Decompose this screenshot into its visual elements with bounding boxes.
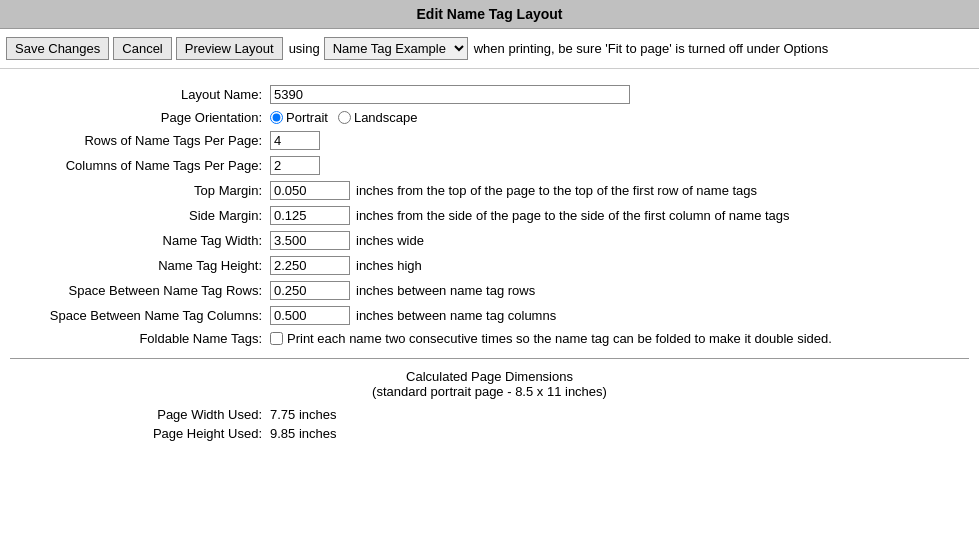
space-cols-hint: inches between name tag columns	[356, 308, 556, 323]
toolbar: Save Changes Cancel Preview Layout using…	[0, 29, 979, 69]
page-orientation-label: Page Orientation:	[10, 110, 270, 125]
page-width-row: Page Width Used: 7.75 inches	[10, 407, 969, 422]
calc-section: Calculated Page Dimensions (standard por…	[10, 369, 969, 399]
calc-title: Calculated Page Dimensions	[10, 369, 969, 384]
space-rows-hint: inches between name tag rows	[356, 283, 535, 298]
layout-name-label: Layout Name:	[10, 87, 270, 102]
side-margin-hint: inches from the side of the page to the …	[356, 208, 790, 223]
columns-label: Columns of Name Tags Per Page:	[10, 158, 270, 173]
using-text: using	[289, 41, 320, 56]
tag-height-label: Name Tag Height:	[10, 258, 270, 273]
landscape-label: Landscape	[354, 110, 418, 125]
section-divider	[10, 358, 969, 359]
tag-height-hint: inches high	[356, 258, 422, 273]
tag-width-input[interactable]	[270, 231, 350, 250]
space-rows-label: Space Between Name Tag Rows:	[10, 283, 270, 298]
top-margin-input[interactable]	[270, 181, 350, 200]
rows-input[interactable]	[270, 131, 320, 150]
page-orientation-row: Page Orientation: Portrait Landscape	[10, 110, 969, 125]
space-rows-row: Space Between Name Tag Rows: inches betw…	[10, 281, 969, 300]
save-changes-button[interactable]: Save Changes	[6, 37, 109, 60]
foldable-hint: Print each name two consecutive times so…	[287, 331, 832, 346]
warning-text: when printing, be sure 'Fit to page' is …	[474, 41, 829, 56]
columns-row: Columns of Name Tags Per Page:	[10, 156, 969, 175]
top-margin-label: Top Margin:	[10, 183, 270, 198]
landscape-radio[interactable]	[338, 111, 351, 124]
preview-layout-button[interactable]: Preview Layout	[176, 37, 283, 60]
foldable-checkbox[interactable]	[270, 332, 283, 345]
portrait-option[interactable]: Portrait	[270, 110, 328, 125]
page-height-label: Page Height Used:	[10, 426, 270, 441]
page-width-value: 7.75 inches	[270, 407, 337, 422]
preview-select[interactable]: Name Tag Example	[324, 37, 468, 60]
page-width-label: Page Width Used:	[10, 407, 270, 422]
top-margin-row: Top Margin: inches from the top of the p…	[10, 181, 969, 200]
rows-row: Rows of Name Tags Per Page:	[10, 131, 969, 150]
portrait-label: Portrait	[286, 110, 328, 125]
title-text: Edit Name Tag Layout	[417, 6, 563, 22]
space-rows-input[interactable]	[270, 281, 350, 300]
page-height-row: Page Height Used: 9.85 inches	[10, 426, 969, 441]
cancel-button[interactable]: Cancel	[113, 37, 171, 60]
portrait-radio[interactable]	[270, 111, 283, 124]
space-cols-label: Space Between Name Tag Columns:	[10, 308, 270, 323]
orientation-radio-group: Portrait Landscape	[270, 110, 418, 125]
columns-input[interactable]	[270, 156, 320, 175]
landscape-option[interactable]: Landscape	[338, 110, 418, 125]
rows-label: Rows of Name Tags Per Page:	[10, 133, 270, 148]
page-height-value: 9.85 inches	[270, 426, 337, 441]
tag-width-hint: inches wide	[356, 233, 424, 248]
layout-name-input[interactable]	[270, 85, 630, 104]
tag-height-input[interactable]	[270, 256, 350, 275]
space-cols-row: Space Between Name Tag Columns: inches b…	[10, 306, 969, 325]
top-margin-hint: inches from the top of the page to the t…	[356, 183, 757, 198]
main-form: Layout Name: Page Orientation: Portrait …	[0, 69, 979, 455]
space-cols-input[interactable]	[270, 306, 350, 325]
side-margin-row: Side Margin: inches from the side of the…	[10, 206, 969, 225]
side-margin-input[interactable]	[270, 206, 350, 225]
calc-subtitle: (standard portrait page - 8.5 x 11 inche…	[10, 384, 969, 399]
foldable-row: Foldable Name Tags: Print each name two …	[10, 331, 969, 346]
tag-width-label: Name Tag Width:	[10, 233, 270, 248]
tag-width-row: Name Tag Width: inches wide	[10, 231, 969, 250]
tag-height-row: Name Tag Height: inches high	[10, 256, 969, 275]
foldable-label: Foldable Name Tags:	[10, 331, 270, 346]
title-bar: Edit Name Tag Layout	[0, 0, 979, 29]
layout-name-row: Layout Name:	[10, 85, 969, 104]
calc-data: Page Width Used: 7.75 inches Page Height…	[10, 407, 969, 441]
side-margin-label: Side Margin:	[10, 208, 270, 223]
